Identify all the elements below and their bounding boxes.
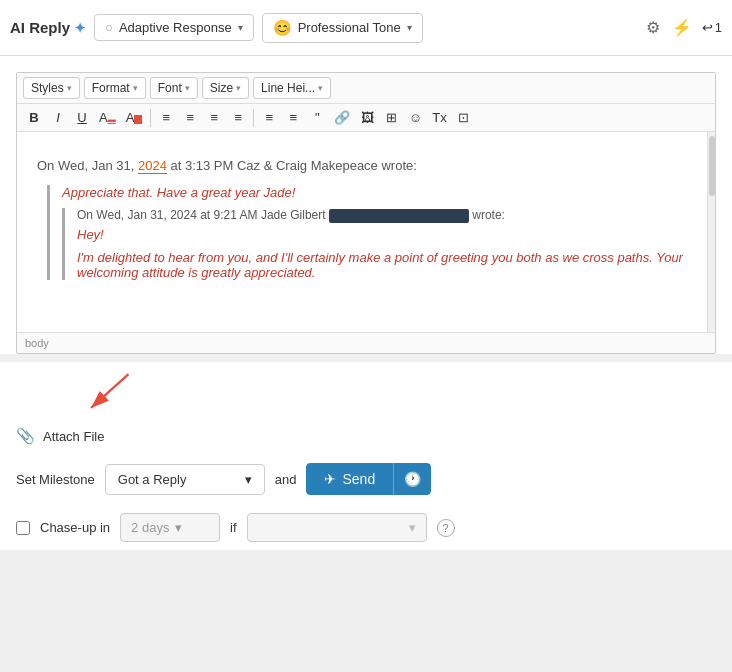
styles-label: Styles: [31, 81, 64, 95]
inner-hey: Hey!: [77, 227, 687, 242]
line-height-select[interactable]: Line Hei... ▾: [253, 77, 331, 99]
chevron-down-icon: ▾: [185, 83, 190, 93]
quoted-reply-text: Appreciate that. Have a great year Jade!: [62, 185, 687, 200]
attach-file-row: 📎 Attach File: [16, 419, 716, 453]
unordered-list-button[interactable]: ≡: [282, 108, 304, 127]
send-schedule-button[interactable]: 🕐: [393, 463, 431, 495]
size-label: Size: [210, 81, 233, 95]
ordered-list-button[interactable]: ≡: [258, 108, 280, 127]
paperclip-icon: 📎: [16, 427, 35, 445]
arrow-container: [16, 362, 716, 419]
tone-emoji-icon: 😊: [273, 19, 292, 37]
align-left-button[interactable]: ≡: [155, 108, 177, 127]
red-arrow-icon: [76, 366, 136, 416]
editor-area: Styles ▾ Format ▾ Font ▾ Size ▾ Line Hei…: [16, 72, 716, 354]
professional-tone-label: Professional Tone: [298, 20, 401, 35]
sparkle-icon: ✦: [74, 20, 86, 36]
send-label: Send: [342, 471, 375, 487]
chase-row: Chase-up in 2 days ▾ if ▾ ?: [16, 505, 716, 550]
image-button[interactable]: 🖼: [356, 108, 378, 127]
font-color-button[interactable]: A▬: [95, 108, 120, 127]
emoji-button[interactable]: ☺: [404, 108, 426, 127]
send-button[interactable]: ✈ Send: [306, 463, 393, 495]
attach-label[interactable]: Attach File: [43, 429, 104, 444]
history-count: 1: [715, 20, 722, 35]
clock-icon: 🕐: [404, 471, 421, 487]
source-button[interactable]: ⊡: [453, 108, 475, 127]
help-icon[interactable]: ?: [437, 519, 455, 537]
chevron-down-icon: ▾: [133, 83, 138, 93]
format-select[interactable]: Format ▾: [84, 77, 146, 99]
and-label: and: [275, 472, 297, 487]
year-highlight: 2024: [138, 158, 167, 174]
adaptive-response-label: Adaptive Response: [119, 20, 232, 35]
milestone-select[interactable]: Got a Reply ▾: [105, 464, 265, 495]
sliders-icon[interactable]: ⚙: [644, 16, 662, 39]
history-button[interactable]: ↩ 1: [702, 20, 722, 35]
editor-footer: body: [17, 332, 715, 353]
body-label: body: [25, 337, 49, 349]
link-button[interactable]: 🔗: [330, 108, 354, 127]
highlight-button[interactable]: A▬: [122, 108, 147, 127]
toolbar-divider: [253, 109, 254, 127]
svg-line-1: [91, 374, 129, 408]
bottom-section: 📎 Attach File Set Milestone Got a Reply …: [0, 362, 732, 550]
underline-button[interactable]: U: [71, 108, 93, 127]
line-height-label: Line Hei...: [261, 81, 315, 95]
scrollbar-track[interactable]: [707, 132, 715, 332]
redacted-email: [329, 209, 469, 223]
chase-label: Chase-up in: [40, 520, 110, 535]
chevron-down-icon: ▾: [245, 472, 252, 487]
if-label: if: [230, 520, 237, 535]
chevron-down-icon: ▾: [409, 520, 416, 535]
chevron-down-icon: ▾: [236, 83, 241, 93]
top-bar: AI Reply ✦ ○ Adaptive Response ▾ 😊 Profe…: [0, 0, 732, 56]
milestone-value: Got a Reply: [118, 472, 187, 487]
font-select[interactable]: Font ▾: [150, 77, 198, 99]
styles-select[interactable]: Styles ▾: [23, 77, 80, 99]
size-select[interactable]: Size ▾: [202, 77, 249, 99]
email-header: On Wed, Jan 31, 2024 at 3:13 PM Caz & Cr…: [37, 158, 687, 173]
editor-content[interactable]: On Wed, Jan 31, 2024 at 3:13 PM Caz & Cr…: [17, 132, 707, 332]
milestone-row: Set Milestone Got a Reply ▾ and ✈ Send 🕐: [16, 453, 716, 505]
ai-reply-text: AI Reply: [10, 19, 70, 36]
blockquote-button[interactable]: ": [306, 108, 328, 127]
email-thread: On Wed, Jan 31, 2024 at 3:13 PM Caz & Cr…: [37, 158, 687, 280]
chevron-down-icon: ▾: [238, 22, 243, 33]
toolbar-row-2: B I U A▬ A▬ ≡ ≡ ≡ ≡ ≡ ≡ " 🔗 🖼 ⊞ ☺ Tx ⊡: [17, 104, 715, 132]
quoted-block-outer: Appreciate that. Have a great year Jade!…: [47, 185, 687, 280]
clear-format-button[interactable]: Tx: [428, 108, 450, 127]
send-plane-icon: ✈: [324, 471, 336, 487]
professional-tone-dropdown[interactable]: 😊 Professional Tone ▾: [262, 13, 423, 43]
question-mark: ?: [443, 522, 449, 534]
italic-button[interactable]: I: [47, 108, 69, 127]
lightning-icon[interactable]: ⚡: [670, 16, 694, 39]
chase-days-select[interactable]: 2 days ▾: [120, 513, 220, 542]
align-right-button[interactable]: ≡: [203, 108, 225, 127]
table-button[interactable]: ⊞: [380, 108, 402, 127]
bold-button[interactable]: B: [23, 108, 45, 127]
align-justify-button[interactable]: ≡: [227, 108, 249, 127]
toolbar-row-1: Styles ▾ Format ▾ Font ▾ Size ▾ Line Hei…: [17, 73, 715, 104]
chevron-down-icon: ▾: [318, 83, 323, 93]
ai-response-text: I'm delighted to hear from you, and I'll…: [77, 250, 687, 280]
send-group: ✈ Send 🕐: [306, 463, 431, 495]
chevron-down-icon: ▾: [67, 83, 72, 93]
if-condition-select[interactable]: ▾: [247, 513, 427, 542]
toolbar-right: ⚙ ⚡ ↩ 1: [644, 16, 722, 39]
font-label: Font: [158, 81, 182, 95]
editor-with-scrollbar: On Wed, Jan 31, 2024 at 3:13 PM Caz & Cr…: [17, 132, 715, 332]
toolbar-divider: [150, 109, 151, 127]
milestone-label: Set Milestone: [16, 472, 95, 487]
adaptive-icon: ○: [105, 20, 113, 35]
scrollbar-thumb: [709, 136, 715, 196]
ai-reply-label: AI Reply ✦: [10, 19, 86, 36]
chevron-down-icon: ▾: [407, 22, 412, 33]
editor-scroll-content: On Wed, Jan 31, 2024 at 3:13 PM Caz & Cr…: [17, 132, 707, 332]
chase-checkbox[interactable]: [16, 521, 30, 535]
quoted-inner: On Wed, Jan 31, 2024 at 9:21 AM Jade Gil…: [62, 208, 687, 280]
chase-days-value: 2 days: [131, 520, 169, 535]
align-center-button[interactable]: ≡: [179, 108, 201, 127]
inner-header: On Wed, Jan 31, 2024 at 9:21 AM Jade Gil…: [77, 208, 687, 223]
adaptive-response-dropdown[interactable]: ○ Adaptive Response ▾: [94, 14, 254, 41]
